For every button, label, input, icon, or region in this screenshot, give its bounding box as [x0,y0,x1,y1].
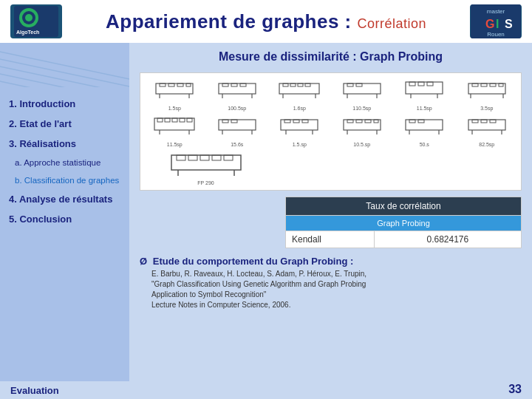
sidebar-item-conclu[interactable]: 5. Conclusion [7,211,122,228]
main-finding: Ø Etude du comportement du Graph Probing… [140,256,522,267]
svg-rect-96 [224,155,233,160]
svg-rect-64 [231,120,237,123]
svg-rect-88 [490,120,496,123]
section-title: Mesure de dissimilarité : Graph Probing [140,50,522,64]
table-subheader-row: Graph Probing [286,216,522,231]
graph-cell: 1.5.sp [270,114,330,147]
sidebar-item-real[interactable]: 3. Réalisations [7,135,122,152]
svg-rect-75 [356,120,362,123]
svg-rect-94 [200,155,209,160]
graph-thumbnails: 1.5sp 100.5sp [140,72,522,191]
svg-rect-58 [180,118,185,122]
finding-text: Etude du comportement du Graph Probing : [153,256,354,267]
svg-text:I: I [496,18,499,30]
graph-cell: 50.s [395,114,454,147]
footer-evaluation: Evaluation [10,385,59,396]
bottom-section: Ø Etude du comportement du Graph Probing… [140,256,522,310]
svg-rect-43 [418,82,424,86]
svg-rect-86 [472,120,478,123]
graph-cell: 15.6s [208,114,267,147]
svg-rect-55 [157,118,163,122]
svg-rect-70 [302,120,308,123]
svg-rect-81 [409,120,415,123]
svg-text:AlgoTech: AlgoTech [16,30,39,35]
sidebar-item-real-b[interactable]: b. Classification de graphes [7,173,122,188]
svg-rect-68 [284,120,290,123]
slide: AlgoTech Appariement de graphes : Corrél… [0,0,532,399]
svg-text:G: G [485,18,494,30]
footer: Evaluation 33 [0,381,532,399]
logo-left: AlgoTech [10,4,62,38]
sidebar-item-etat[interactable]: 2. Etat de l'art [7,115,122,132]
svg-rect-82 [418,120,424,123]
finding-arrow: Ø [140,256,147,267]
graph-cell: 11.5sp [395,78,454,111]
svg-rect-56 [165,118,170,122]
svg-rect-42 [409,82,415,86]
graph-cell: 82.5sp [457,114,517,147]
reference-text: E. Barbu, R. Raveaux, H. Locteau, S. Ada… [151,269,522,310]
table-row: Kendall 0.6824176 [286,231,522,248]
logo-right: master G I S Rouen [470,4,522,38]
correlation-table: Taux de corrélation Graph Probing Kendal… [285,197,522,248]
graph-cell: 10.5.sp [332,114,392,147]
content-area: Mesure de dissimilarité : Graph Probing … [129,43,532,381]
svg-rect-95 [212,155,221,160]
sidebar-item-real-a[interactable]: a. Approche statistique [7,155,122,170]
sidebar: 1. Introduction 2. Etat de l'art 3. Réal… [0,43,129,381]
svg-rect-92 [177,155,185,160]
svg-rect-74 [347,120,353,123]
table-header-cell: Taux de corrélation [286,197,522,216]
correlation-table-wrapper: Taux de corrélation Graph Probing Kendal… [140,197,522,248]
header: AlgoTech Appariement de graphes : Corrél… [0,0,532,43]
svg-point-3 [25,14,33,21]
table-row-label: Kendall [286,231,375,248]
svg-rect-54 [154,118,194,130]
graph-cell: 100.5sp [208,78,267,111]
graph-cell: 1.6sp [270,78,330,111]
table-subheader-cell: Graph Probing [286,216,522,231]
graph-cell: 1.5sp [145,78,205,111]
svg-text:S: S [505,18,513,30]
svg-rect-63 [222,120,228,123]
footer-page-number: 33 [508,383,522,396]
svg-rect-91 [171,155,241,170]
sidebar-item-intro[interactable]: 1. Introduction [7,95,122,112]
sidebar-item-analyse[interactable]: 4. Analyse de résultats [7,191,122,208]
svg-rect-29 [279,83,319,94]
svg-rect-59 [187,118,192,122]
title-sub: Corrélation [357,16,426,31]
svg-rect-69 [293,120,299,123]
svg-rect-87 [481,120,487,123]
svg-text:Rouen: Rouen [487,31,505,38]
svg-text:master: master [487,8,505,15]
table-header-row: Taux de corrélation [286,197,522,216]
svg-rect-57 [172,118,177,122]
svg-rect-76 [365,120,371,123]
svg-rect-93 [188,155,197,160]
title-main: Appariement de graphes : [106,10,352,33]
svg-rect-77 [374,120,378,123]
page-title: Appariement de graphes : Corrélation [62,10,470,33]
graph-cell: 11.5sp [145,114,205,147]
table-row-value: 0.6824176 [374,231,521,248]
graph-cell: FP 290 [145,151,267,185]
main-area: 1. Introduction 2. Etat de l'art 3. Réal… [0,43,532,381]
svg-rect-44 [427,82,433,86]
graph-cell: 3.5sp [457,78,517,111]
graph-cell: 110.5sp [332,78,392,111]
